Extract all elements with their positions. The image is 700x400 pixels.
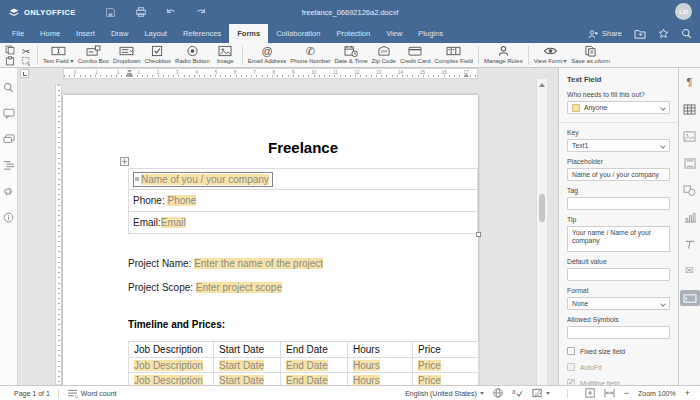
radio-button-button[interactable]: Radio Button bbox=[173, 44, 212, 67]
text-art-settings-button[interactable] bbox=[680, 236, 700, 252]
favorite-button[interactable] bbox=[658, 28, 669, 39]
date-time-label: Date & Time bbox=[335, 58, 368, 64]
redo-button[interactable] bbox=[194, 5, 208, 19]
project-name-form-field[interactable]: Enter the name of the project bbox=[194, 258, 323, 269]
image-button[interactable]: Image bbox=[212, 44, 239, 67]
status-bar: Page 1 of 1 123 Word count English (Unit… bbox=[0, 385, 700, 400]
table-move-handle[interactable] bbox=[120, 157, 129, 166]
tab-file[interactable]: File bbox=[4, 24, 32, 43]
tab-protection[interactable]: Protection bbox=[328, 24, 378, 43]
set-document-language-button[interactable] bbox=[493, 388, 503, 398]
autofit-checkbox[interactable] bbox=[567, 363, 575, 371]
key-dropdown[interactable]: Text1 bbox=[567, 139, 670, 152]
chart-settings-button[interactable] bbox=[680, 209, 700, 225]
navigation-button[interactable] bbox=[2, 158, 16, 172]
find-button[interactable] bbox=[2, 80, 16, 94]
zoom-out-button[interactable]: − bbox=[624, 389, 629, 398]
phone-number-button[interactable]: ✆ Phone Number bbox=[288, 44, 332, 67]
tab-stop-selector[interactable] bbox=[20, 69, 29, 78]
save-as-oform-button[interactable]: Save as oform bbox=[569, 44, 612, 67]
tab-plugins[interactable]: Plugins bbox=[410, 24, 451, 43]
end-date-field[interactable]: End Date bbox=[286, 375, 328, 386]
tab-layout[interactable]: Layout bbox=[136, 24, 175, 43]
image-settings-button[interactable] bbox=[680, 128, 700, 144]
paragraph-settings-button[interactable]: ¶ bbox=[680, 74, 700, 90]
panel-divider bbox=[559, 122, 678, 123]
allowed-symbols-input[interactable] bbox=[567, 326, 670, 339]
tab-home[interactable]: Home bbox=[32, 24, 68, 43]
left-indent-marker[interactable] bbox=[127, 73, 132, 77]
track-changes-button[interactable] bbox=[532, 388, 550, 398]
tab-collaboration[interactable]: Collaboration bbox=[268, 24, 328, 43]
fit-width-button[interactable] bbox=[604, 388, 615, 398]
manage-roles-button[interactable]: Manage Roles bbox=[482, 44, 525, 67]
print-button[interactable] bbox=[134, 5, 148, 19]
language-selector[interactable]: English (United States) bbox=[405, 390, 484, 397]
price-field[interactable]: Price bbox=[418, 360, 441, 371]
shape-settings-button[interactable] bbox=[680, 182, 700, 198]
text-field-button[interactable]: Text Field bbox=[41, 44, 76, 67]
zip-code-button[interactable]: ZIP Zip Code bbox=[370, 44, 398, 67]
tag-input[interactable] bbox=[567, 197, 670, 210]
header-footer-settings-button[interactable] bbox=[680, 155, 700, 171]
placeholder-input[interactable]: Name of you / your company bbox=[567, 168, 670, 181]
open-file-location-button[interactable] bbox=[634, 29, 646, 39]
field-drag-handle[interactable] bbox=[135, 177, 139, 181]
email-form-field[interactable]: Email bbox=[161, 217, 186, 228]
name-form-field[interactable]: Name of you / your company bbox=[133, 172, 273, 187]
tab-references[interactable]: References bbox=[175, 24, 229, 43]
price-field[interactable]: Price bbox=[418, 375, 441, 386]
spell-checking-button[interactable]: a bbox=[512, 388, 523, 398]
undo-button[interactable] bbox=[164, 5, 178, 19]
tip-input[interactable]: Your name / Name of your company bbox=[567, 226, 670, 252]
scroll-up-button[interactable] bbox=[537, 79, 547, 90]
search-button[interactable] bbox=[681, 28, 692, 39]
document-page[interactable]: Freelance Name of you / your company Pho… bbox=[63, 95, 478, 385]
tab-draw[interactable]: Draw bbox=[103, 24, 137, 43]
table-settings-button[interactable] bbox=[680, 101, 700, 117]
page-indicator[interactable]: Page 1 of 1 bbox=[14, 390, 50, 397]
complex-field-button[interactable]: Complex Field bbox=[433, 44, 475, 67]
credit-card-button[interactable]: Credit Card bbox=[398, 44, 433, 67]
table-resize-handle[interactable] bbox=[476, 232, 481, 237]
paste-button[interactable] bbox=[5, 52, 15, 70]
avatar[interactable]: LO bbox=[675, 3, 692, 20]
hours-field[interactable]: Hours bbox=[353, 375, 380, 386]
email-address-button[interactable]: @ Email Address bbox=[246, 44, 288, 67]
combo-box-button[interactable]: Combo Box bbox=[76, 44, 111, 67]
date-time-button[interactable]: Date & Time bbox=[333, 44, 370, 67]
zoom-in-button[interactable]: + bbox=[685, 389, 690, 398]
fit-page-button[interactable] bbox=[585, 388, 595, 398]
mail-merge-settings-button[interactable]: ✉ bbox=[680, 263, 700, 279]
fixed-size-checkbox[interactable] bbox=[567, 347, 575, 355]
chat-button[interactable] bbox=[2, 132, 16, 146]
view-form-button[interactable]: View Form bbox=[532, 44, 570, 67]
start-date-field[interactable]: Start Date bbox=[219, 360, 264, 371]
tab-view[interactable]: View bbox=[378, 24, 410, 43]
job-description-field[interactable]: Job Description bbox=[134, 360, 203, 371]
word-count-button[interactable]: 123 Word count bbox=[67, 389, 117, 398]
start-date-field[interactable]: Start Date bbox=[219, 375, 264, 386]
table-row: Job Description Start Date End Date Hour… bbox=[129, 373, 479, 386]
tab-forms[interactable]: Forms bbox=[229, 24, 268, 43]
form-settings-button[interactable] bbox=[680, 290, 700, 306]
phone-form-field[interactable]: Phone bbox=[167, 195, 196, 206]
role-dropdown[interactable]: Anyone bbox=[567, 101, 670, 114]
job-description-field[interactable]: Job Description bbox=[134, 375, 203, 386]
tab-insert[interactable]: Insert bbox=[68, 24, 103, 43]
project-scope-form-field[interactable]: Enter project scope bbox=[196, 282, 282, 293]
scrollbar-thumb[interactable] bbox=[539, 194, 545, 222]
end-date-field[interactable]: End Date bbox=[286, 360, 328, 371]
about-button[interactable] bbox=[2, 210, 16, 224]
hours-field[interactable]: Hours bbox=[353, 360, 380, 371]
feedback-button[interactable] bbox=[2, 184, 16, 198]
save-button[interactable] bbox=[104, 5, 118, 19]
default-value-input[interactable] bbox=[567, 268, 670, 281]
select-all-button[interactable] bbox=[21, 52, 31, 70]
share-button[interactable]: Share bbox=[588, 29, 622, 39]
comments-button[interactable] bbox=[2, 106, 16, 120]
dropdown-button[interactable]: Dropdown bbox=[111, 44, 142, 67]
vertical-scrollbar[interactable] bbox=[536, 79, 547, 385]
checkbox-button[interactable]: Checkbox bbox=[142, 44, 173, 67]
format-dropdown[interactable]: None bbox=[567, 297, 670, 310]
